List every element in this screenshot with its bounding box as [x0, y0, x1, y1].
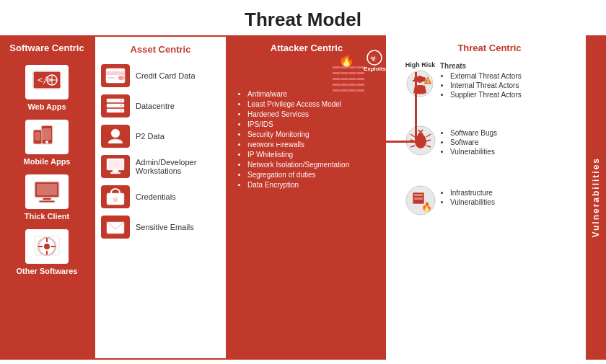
- svg-rect-12: [37, 184, 57, 195]
- software-bugs-row: Software Bugs Software Vulnerabilities: [400, 120, 579, 160]
- web-apps-icon: </>: [25, 65, 69, 99]
- control-security-monitoring: Security Monitoring: [247, 130, 349, 138]
- credentials-icon: [101, 185, 130, 208]
- credentials-label: Credentials: [136, 192, 176, 201]
- vulnerabilities-label: Vulnerabilities: [591, 157, 601, 238]
- control-ips: IPS/IDS: [247, 120, 349, 128]
- svg-point-33: [120, 110, 122, 112]
- asset-centric-header: Asset Centric: [101, 44, 220, 55]
- infra-icon: 🔥: [405, 185, 436, 216]
- threat-software-bugs: Software Bugs: [450, 129, 579, 137]
- svg-rect-24: [106, 71, 125, 75]
- software-centric-header: Software Centric: [9, 43, 84, 53]
- connector-line-2: [382, 141, 415, 143]
- datacentre-icon: [101, 94, 130, 117]
- control-least-privilege: Least Privilege Access Model: [247, 100, 349, 108]
- other-softwares-icon: [25, 229, 69, 264]
- threat-infrastructure: Infrastructure: [450, 189, 579, 197]
- svg-text:☣: ☣: [369, 53, 377, 63]
- infra-icon-area: 🔥: [400, 180, 440, 220]
- svg-point-27: [120, 76, 125, 80]
- svg-rect-74: [414, 194, 423, 196]
- svg-point-63: [418, 133, 423, 138]
- attacker-centric-column: Attacker Centric 🔥 ☣: [227, 35, 386, 360]
- mobile-apps-label: Mobile Apps: [24, 157, 71, 166]
- firewall-area: 🔥 ☣ Exploits: [333, 56, 364, 92]
- control-segregation: Segregation of duties: [247, 171, 349, 179]
- credentials-item: Credentials: [101, 185, 220, 208]
- connector-line-1: [227, 141, 285, 143]
- control-ip-whitelist: IP Whitelisting: [247, 151, 349, 159]
- attacker-controls-list: Antimalware Least Privilege Access Model…: [236, 88, 349, 191]
- svg-rect-10: [35, 132, 40, 141]
- threat-software: Software: [450, 138, 579, 146]
- threat-supplier: Supplier Threat Actors: [450, 91, 579, 99]
- high-risk-area: High Risk !: [400, 59, 440, 99]
- svg-text:🔥: 🔥: [338, 56, 355, 68]
- datacentre-item: Datacentre: [101, 94, 220, 117]
- infra-row: 🔥 Infrastructure Vulnerabilities: [400, 180, 579, 220]
- svg-rect-36: [108, 160, 123, 169]
- sensitive-emails-item: Sensitive Emails: [101, 216, 220, 239]
- infra-content: Infrastructure Vulnerabilities: [440, 180, 579, 220]
- threat-infra-vulnerabilities: Vulnerabilities: [450, 198, 579, 206]
- p2-data-item: P2 Data: [101, 125, 220, 148]
- svg-point-17: [44, 244, 50, 249]
- exploits-label: Exploits: [364, 66, 386, 72]
- svg-point-76: [420, 194, 421, 195]
- control-hardened: Hardened Services: [247, 110, 349, 118]
- svg-rect-7: [43, 128, 51, 140]
- sensitive-emails-icon: [101, 216, 130, 239]
- admin-workstations-icon: [101, 155, 130, 178]
- svg-text:🔥: 🔥: [421, 201, 432, 212]
- control-network-isolation: Network Isolation/Segmentation: [247, 161, 349, 169]
- threats-title: Threats: [440, 62, 579, 70]
- thick-client-label: Thick Client: [25, 212, 69, 221]
- svg-point-32: [120, 105, 122, 107]
- admin-workstations-label: Admin/Developer Workstations: [136, 158, 220, 175]
- svg-rect-37: [113, 170, 118, 172]
- high-risk-icon: !: [406, 70, 434, 97]
- mobile-apps-item: Mobile Apps: [24, 120, 71, 166]
- software-centric-column: Software Centric </> Web Apps: [0, 35, 94, 360]
- svg-rect-38: [110, 172, 120, 174]
- threat-vulnerabilities: Vulnerabilities: [450, 148, 579, 156]
- mobile-apps-icon: [25, 120, 69, 154]
- web-apps-label: Web Apps: [27, 102, 66, 111]
- thick-client-item: Thick Client: [25, 174, 69, 221]
- p2-data-icon: [101, 125, 130, 148]
- svg-rect-75: [414, 197, 423, 200]
- p2-data-label: P2 Data: [136, 132, 164, 141]
- main-title: Threat Model: [0, 0, 606, 35]
- svg-point-34: [111, 129, 120, 138]
- threat-centric-column: Threat Centric High Risk: [386, 35, 606, 360]
- other-softwares-item: Other Softwares: [17, 229, 78, 275]
- threat-internal: Internal Threat Actors: [450, 81, 579, 89]
- high-risk-label: High Risk: [405, 61, 436, 68]
- software-bugs-content: Software Bugs Software Vulnerabilities: [440, 120, 579, 160]
- svg-point-8: [45, 141, 48, 143]
- thick-client-icon: [25, 174, 69, 209]
- svg-rect-25: [107, 77, 115, 79]
- svg-rect-41: [113, 197, 118, 202]
- credit-card-label: Credit Card Data: [136, 71, 196, 80]
- vulnerabilities-bar: Vulnerabilities: [586, 35, 606, 360]
- firewall-icon: 🔥: [333, 56, 364, 92]
- credit-card-item: Credit Card Data: [101, 64, 220, 87]
- svg-rect-23: [106, 68, 125, 83]
- control-data-encryption: Data Encryption: [247, 181, 349, 189]
- datacentre-label: Datacentre: [136, 102, 175, 110]
- sensitive-emails-label: Sensitive Emails: [136, 223, 194, 231]
- connector-line-3: [415, 72, 417, 143]
- asset-centric-column: Asset Centric Credit Card Data: [94, 35, 227, 360]
- credit-card-icon: [101, 64, 130, 87]
- admin-workstations-item: Admin/Developer Workstations: [101, 155, 220, 178]
- svg-rect-13: [43, 197, 51, 200]
- other-softwares-label: Other Softwares: [17, 267, 78, 275]
- web-apps-item: </> Web Apps: [25, 65, 69, 111]
- threat-centric-header: Threat Centric: [400, 43, 579, 53]
- svg-rect-14: [39, 200, 55, 203]
- threats-content: Threats External Threat Actors Internal …: [440, 59, 579, 100]
- threat-external: External Threat Actors: [450, 72, 579, 80]
- biohazard-icon: ☣: [366, 50, 382, 66]
